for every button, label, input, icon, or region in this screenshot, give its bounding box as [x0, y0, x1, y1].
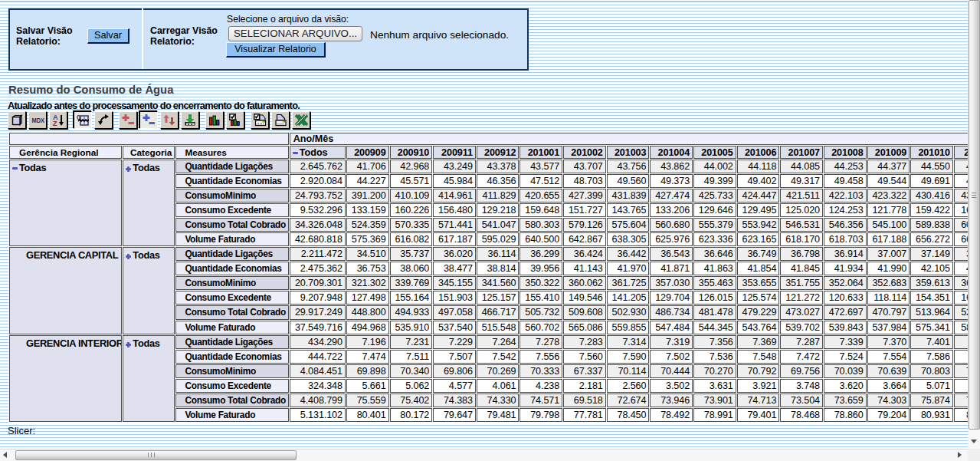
svg-text:Z: Z	[53, 120, 57, 127]
svg-text:MDX: MDX	[32, 116, 45, 124]
